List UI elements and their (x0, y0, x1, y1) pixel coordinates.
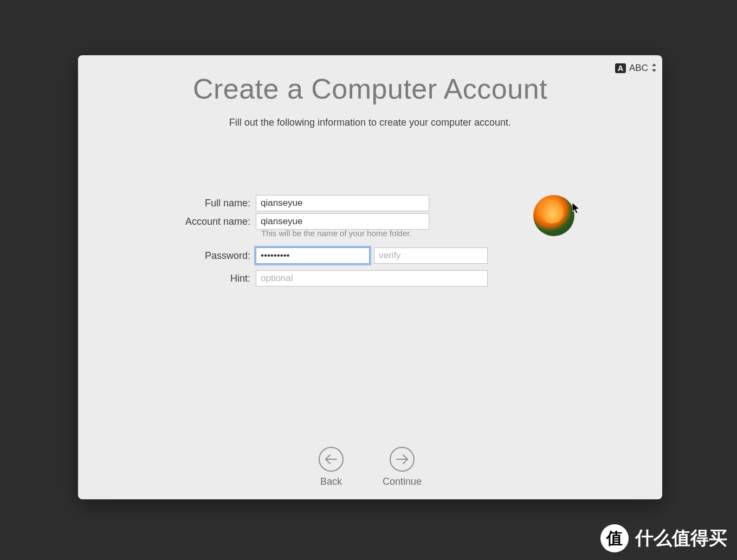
back-label: Back (320, 476, 342, 487)
account-name-hint: This will be the name of your home folde… (261, 229, 662, 238)
continue-button[interactable]: Continue (383, 447, 422, 487)
watermark-text: 什么值得买 (635, 526, 727, 551)
account-avatar[interactable] (533, 195, 574, 236)
full-name-label: Full name: (78, 198, 256, 209)
password-input[interactable] (256, 248, 370, 264)
input-method-badge: A (615, 63, 626, 73)
arrow-left-icon (319, 447, 344, 472)
watermark-badge-icon: 值 (600, 524, 629, 552)
watermark: 值 什么值得买 (600, 524, 727, 552)
nav-buttons: Back Continue (78, 447, 662, 487)
input-method-switcher[interactable]: A ABC (615, 63, 657, 74)
input-method-label: ABC (629, 63, 648, 74)
password-label: Password: (78, 250, 256, 262)
up-down-arrows-icon (651, 63, 657, 74)
page-subtitle: Fill out the following information to cr… (78, 117, 662, 128)
account-name-input[interactable] (256, 213, 429, 230)
account-name-label: Account name: (78, 216, 256, 227)
password-verify-input[interactable] (374, 248, 488, 264)
back-button[interactable]: Back (319, 447, 344, 487)
arrow-right-icon (390, 447, 415, 472)
continue-label: Continue (383, 476, 422, 487)
setup-window: A ABC Create a Computer Account Fill out… (78, 55, 662, 499)
cursor-icon (572, 203, 581, 217)
hint-input[interactable] (256, 270, 488, 286)
full-name-input[interactable] (256, 195, 429, 211)
page-title: Create a Computer Account (78, 73, 662, 105)
hint-label: Hint: (78, 273, 256, 284)
